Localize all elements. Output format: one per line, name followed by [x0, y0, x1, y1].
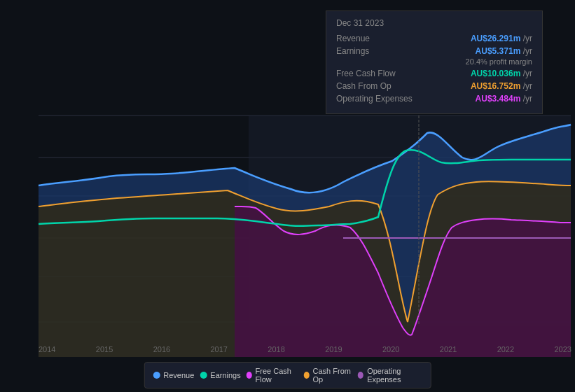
legend-revenue[interactable]: Revenue — [153, 371, 194, 379]
legend-fcf[interactable]: Free Cash Flow — [247, 367, 298, 384]
fcf-row: Free Cash Flow AU$10.036m /yr — [336, 69, 532, 78]
info-tooltip: Dec 31 2023 Revenue AU$26.291m /yr Earni… — [326, 10, 543, 114]
chart-legend: Revenue Earnings Free Cash Flow Cash Fro… — [144, 362, 431, 388]
x-axis: 2014 2015 2016 2017 2018 2019 2020 2021 … — [39, 345, 571, 354]
profit-margin-row: 20.4% profit margin — [336, 57, 532, 66]
legend-dot-opex — [358, 372, 363, 379]
opex-label: Operating Expenses — [336, 94, 420, 104]
legend-dot-revenue — [153, 372, 160, 379]
x-label-2015: 2015 — [96, 345, 113, 354]
x-label-2021: 2021 — [440, 345, 457, 354]
earnings-label: Earnings — [336, 46, 420, 56]
x-label-2017: 2017 — [210, 345, 227, 354]
tooltip-date: Dec 31 2023 — [336, 18, 532, 28]
legend-dot-fcf — [247, 372, 252, 379]
x-label-2016: 2016 — [153, 345, 170, 354]
opex-value: AU$3.484m /yr — [476, 94, 532, 104]
earnings-value: AU$5.371m /yr — [476, 46, 532, 56]
x-label-2022: 2022 — [497, 345, 514, 354]
cashop-value: AU$16.752m /yr — [471, 81, 532, 91]
cashop-label: Cash From Op — [336, 81, 420, 91]
x-label-2018: 2018 — [268, 345, 284, 354]
x-label-2019: 2019 — [325, 345, 342, 354]
legend-opex[interactable]: Operating Expenses — [358, 367, 422, 384]
opex-row: Operating Expenses AU$3.484m /yr — [336, 94, 532, 104]
legend-label-opex: Operating Expenses — [367, 367, 422, 384]
legend-label-earnings: Earnings — [210, 371, 240, 379]
revenue-row: Revenue AU$26.291m /yr — [336, 34, 532, 43]
legend-earnings[interactable]: Earnings — [200, 371, 240, 379]
cashop-row: Cash From Op AU$16.752m /yr — [336, 81, 532, 91]
x-label-2023: 2023 — [554, 345, 571, 354]
legend-label-revenue: Revenue — [163, 371, 194, 379]
profit-margin: 20.4% profit margin — [466, 57, 532, 66]
x-label-2014: 2014 — [39, 345, 55, 354]
legend-dot-earnings — [200, 372, 207, 379]
legend-label-fcf: Free Cash Flow — [256, 367, 298, 384]
fcf-label: Free Cash Flow — [336, 69, 420, 78]
legend-cashop[interactable]: Cash From Op — [304, 367, 353, 384]
earnings-row: Earnings AU$5.371m /yr — [336, 46, 532, 56]
revenue-value: AU$26.291m /yr — [471, 34, 532, 43]
fcf-value: AU$10.036m /yr — [471, 69, 532, 78]
x-label-2020: 2020 — [382, 345, 399, 354]
legend-dot-cashop — [304, 372, 310, 379]
revenue-label: Revenue — [336, 34, 420, 43]
legend-label-cashop: Cash From Op — [313, 367, 353, 384]
